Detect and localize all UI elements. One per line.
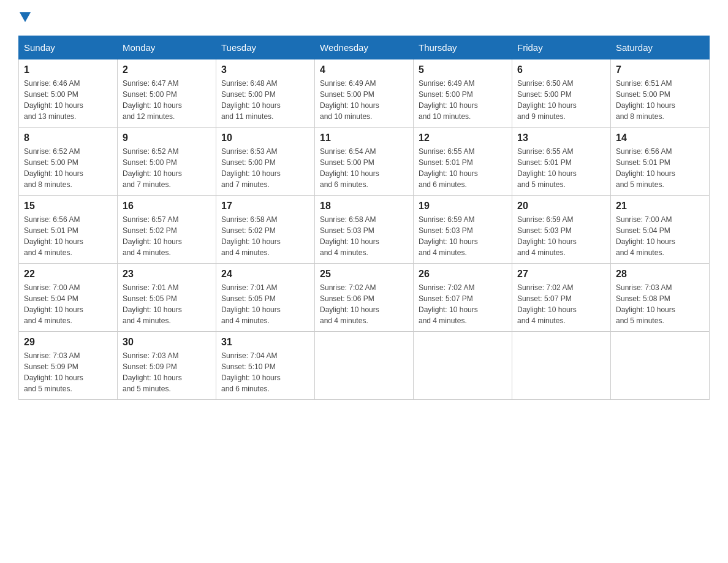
day-number: 6 xyxy=(517,64,605,75)
page-header xyxy=(18,12,710,23)
day-info: Sunrise: 6:47 AM Sunset: 5:00 PM Dayligh… xyxy=(123,78,211,122)
day-info: Sunrise: 6:56 AM Sunset: 5:01 PM Dayligh… xyxy=(616,146,704,190)
logo-triangle-icon xyxy=(20,12,31,23)
table-cell: 3 Sunrise: 6:48 AM Sunset: 5:00 PM Dayli… xyxy=(216,59,315,128)
day-number: 17 xyxy=(221,201,309,212)
table-cell: 19 Sunrise: 6:59 AM Sunset: 5:03 PM Dayl… xyxy=(414,196,512,264)
day-info: Sunrise: 6:58 AM Sunset: 5:03 PM Dayligh… xyxy=(320,214,408,258)
day-number: 19 xyxy=(419,201,507,212)
table-cell: 29 Sunrise: 7:03 AM Sunset: 5:09 PM Dayl… xyxy=(19,332,118,400)
day-number: 9 xyxy=(123,132,211,144)
day-info: Sunrise: 6:57 AM Sunset: 5:02 PM Dayligh… xyxy=(123,214,211,258)
day-info: Sunrise: 6:46 AM Sunset: 5:00 PM Dayligh… xyxy=(24,78,112,122)
day-number: 21 xyxy=(616,201,704,212)
header-sunday: Sunday xyxy=(19,36,118,59)
day-info: Sunrise: 7:03 AM Sunset: 5:08 PM Dayligh… xyxy=(616,282,704,326)
day-info: Sunrise: 7:04 AM Sunset: 5:10 PM Dayligh… xyxy=(221,350,309,394)
table-cell: 4 Sunrise: 6:49 AM Sunset: 5:00 PM Dayli… xyxy=(315,59,414,128)
day-number: 30 xyxy=(123,337,211,348)
calendar-body: 1 Sunrise: 6:46 AM Sunset: 5:00 PM Dayli… xyxy=(19,59,710,400)
day-info: Sunrise: 7:02 AM Sunset: 5:07 PM Dayligh… xyxy=(419,282,507,326)
day-number: 27 xyxy=(517,269,605,280)
table-cell xyxy=(315,332,414,400)
day-info: Sunrise: 6:59 AM Sunset: 5:03 PM Dayligh… xyxy=(517,214,605,258)
day-number: 11 xyxy=(320,132,408,144)
day-info: Sunrise: 7:03 AM Sunset: 5:09 PM Dayligh… xyxy=(24,350,112,394)
day-number: 16 xyxy=(123,201,211,212)
day-number: 8 xyxy=(24,132,112,144)
day-info: Sunrise: 6:56 AM Sunset: 5:01 PM Dayligh… xyxy=(24,214,112,258)
table-cell: 18 Sunrise: 6:58 AM Sunset: 5:03 PM Dayl… xyxy=(315,196,414,264)
table-cell: 8 Sunrise: 6:52 AM Sunset: 5:00 PM Dayli… xyxy=(19,128,118,196)
week-row-4: 22 Sunrise: 7:00 AM Sunset: 5:04 PM Dayl… xyxy=(19,264,710,332)
day-info: Sunrise: 7:03 AM Sunset: 5:09 PM Dayligh… xyxy=(123,350,211,394)
table-cell: 15 Sunrise: 6:56 AM Sunset: 5:01 PM Dayl… xyxy=(19,196,118,264)
day-info: Sunrise: 7:00 AM Sunset: 5:04 PM Dayligh… xyxy=(616,214,704,258)
calendar-header: Sunday Monday Tuesday Wednesday Thursday… xyxy=(19,36,710,59)
day-info: Sunrise: 6:52 AM Sunset: 5:00 PM Dayligh… xyxy=(24,146,112,190)
day-number: 7 xyxy=(616,64,704,75)
table-cell: 6 Sunrise: 6:50 AM Sunset: 5:00 PM Dayli… xyxy=(512,59,611,128)
table-cell: 24 Sunrise: 7:01 AM Sunset: 5:05 PM Dayl… xyxy=(216,264,315,332)
day-number: 18 xyxy=(320,201,408,212)
table-cell: 1 Sunrise: 6:46 AM Sunset: 5:00 PM Dayli… xyxy=(19,59,118,128)
header-friday: Friday xyxy=(512,36,611,59)
day-info: Sunrise: 7:00 AM Sunset: 5:04 PM Dayligh… xyxy=(24,282,112,326)
table-cell: 14 Sunrise: 6:56 AM Sunset: 5:01 PM Dayl… xyxy=(611,128,710,196)
day-number: 4 xyxy=(320,64,408,75)
table-cell: 10 Sunrise: 6:53 AM Sunset: 5:00 PM Dayl… xyxy=(216,128,315,196)
table-cell: 5 Sunrise: 6:49 AM Sunset: 5:00 PM Dayli… xyxy=(414,59,512,128)
svg-marker-0 xyxy=(20,12,31,22)
table-cell: 12 Sunrise: 6:55 AM Sunset: 5:01 PM Dayl… xyxy=(414,128,512,196)
day-info: Sunrise: 6:51 AM Sunset: 5:00 PM Dayligh… xyxy=(616,78,704,122)
day-number: 13 xyxy=(517,132,605,144)
day-number: 23 xyxy=(123,269,211,280)
day-number: 29 xyxy=(24,337,112,348)
day-number: 1 xyxy=(24,64,112,75)
day-info: Sunrise: 6:49 AM Sunset: 5:00 PM Dayligh… xyxy=(320,78,408,122)
day-number: 14 xyxy=(616,132,704,144)
day-number: 20 xyxy=(517,201,605,212)
day-number: 22 xyxy=(24,269,112,280)
table-cell: 11 Sunrise: 6:54 AM Sunset: 5:00 PM Dayl… xyxy=(315,128,414,196)
table-cell: 2 Sunrise: 6:47 AM Sunset: 5:00 PM Dayli… xyxy=(118,59,216,128)
table-cell: 21 Sunrise: 7:00 AM Sunset: 5:04 PM Dayl… xyxy=(611,196,710,264)
day-number: 15 xyxy=(24,201,112,212)
day-info: Sunrise: 7:01 AM Sunset: 5:05 PM Dayligh… xyxy=(123,282,211,326)
table-cell: 16 Sunrise: 6:57 AM Sunset: 5:02 PM Dayl… xyxy=(118,196,216,264)
day-number: 3 xyxy=(221,64,309,75)
table-cell: 26 Sunrise: 7:02 AM Sunset: 5:07 PM Dayl… xyxy=(414,264,512,332)
day-number: 2 xyxy=(123,64,211,75)
header-tuesday: Tuesday xyxy=(216,36,315,59)
table-cell: 13 Sunrise: 6:55 AM Sunset: 5:01 PM Dayl… xyxy=(512,128,611,196)
header-saturday: Saturday xyxy=(611,36,710,59)
week-row-2: 8 Sunrise: 6:52 AM Sunset: 5:00 PM Dayli… xyxy=(19,128,710,196)
day-info: Sunrise: 6:55 AM Sunset: 5:01 PM Dayligh… xyxy=(419,146,507,190)
table-cell xyxy=(414,332,512,400)
weekday-header-row: Sunday Monday Tuesday Wednesday Thursday… xyxy=(19,36,710,59)
header-monday: Monday xyxy=(118,36,216,59)
day-number: 5 xyxy=(419,64,507,75)
day-info: Sunrise: 6:49 AM Sunset: 5:00 PM Dayligh… xyxy=(419,78,507,122)
day-info: Sunrise: 7:02 AM Sunset: 5:06 PM Dayligh… xyxy=(320,282,408,326)
day-info: Sunrise: 7:02 AM Sunset: 5:07 PM Dayligh… xyxy=(517,282,605,326)
day-info: Sunrise: 6:58 AM Sunset: 5:02 PM Dayligh… xyxy=(221,214,309,258)
table-cell: 9 Sunrise: 6:52 AM Sunset: 5:00 PM Dayli… xyxy=(118,128,216,196)
logo-blue-section xyxy=(18,12,31,23)
calendar-table: Sunday Monday Tuesday Wednesday Thursday… xyxy=(18,36,710,400)
logo xyxy=(18,12,31,23)
day-info: Sunrise: 6:59 AM Sunset: 5:03 PM Dayligh… xyxy=(419,214,507,258)
table-cell: 27 Sunrise: 7:02 AM Sunset: 5:07 PM Dayl… xyxy=(512,264,611,332)
table-cell: 7 Sunrise: 6:51 AM Sunset: 5:00 PM Dayli… xyxy=(611,59,710,128)
table-cell xyxy=(611,332,710,400)
day-number: 31 xyxy=(221,337,309,348)
day-info: Sunrise: 6:53 AM Sunset: 5:00 PM Dayligh… xyxy=(221,146,309,190)
table-cell: 30 Sunrise: 7:03 AM Sunset: 5:09 PM Dayl… xyxy=(118,332,216,400)
day-number: 12 xyxy=(419,132,507,144)
table-cell: 28 Sunrise: 7:03 AM Sunset: 5:08 PM Dayl… xyxy=(611,264,710,332)
day-number: 10 xyxy=(221,132,309,144)
day-info: Sunrise: 6:50 AM Sunset: 5:00 PM Dayligh… xyxy=(517,78,605,122)
header-thursday: Thursday xyxy=(414,36,512,59)
table-cell: 31 Sunrise: 7:04 AM Sunset: 5:10 PM Dayl… xyxy=(216,332,315,400)
day-number: 28 xyxy=(616,269,704,280)
